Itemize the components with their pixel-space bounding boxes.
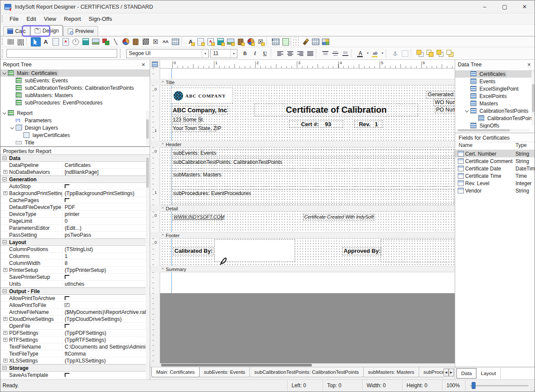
property-row[interactable]: TextFileType ftComma [0,350,150,357]
tree-item[interactable]: CalibrationTestPoints [455,114,535,122]
band-detail-header[interactable]: ^ Detail [160,205,455,212]
tree-item[interactable]: Main: Certificates [0,69,150,77]
property-value[interactable] [62,324,150,328]
property-value[interactable]: ($MyDocuments)\ReportArchive.raf [62,309,150,315]
valign-bottom-icon[interactable] [340,49,350,58]
align-left-icon[interactable] [275,49,285,58]
company-logo[interactable]: ABC COMPANY [171,88,233,104]
approved-signature-box[interactable] [381,239,455,262]
tree-item[interactable]: SignOffs [455,122,535,128]
fields-col-name[interactable]: Name [459,142,515,150]
anchor-icon[interactable]: ⚓ [390,49,400,58]
property-value[interactable] [62,184,150,188]
subreport-masters[interactable]: subMasters: Masters [171,171,454,187]
canvas-horizontal-scrollbar[interactable] [150,363,455,367]
field-row[interactable]: Cert. Number String [455,150,535,157]
bold-icon[interactable]: B [240,49,250,58]
po-number-label[interactable]: PO Numb [435,106,455,113]
property-row[interactable]: NoDataBehaviors [ndBlankPage] [0,169,150,176]
property-value[interactable]: 1 [62,253,150,259]
toolbar-separator[interactable] [316,49,319,57]
field-row[interactable]: Certificate Time Time [455,172,535,180]
expand-icon[interactable] [3,359,7,363]
side-tab[interactable]: Layout [476,368,501,379]
db-image-tool-icon[interactable] [226,37,236,46]
collapse-icon[interactable] [3,156,7,160]
checkbox-tool-icon[interactable]: ☒ [151,37,161,46]
property-value[interactable]: (TppPDFSettings) [62,330,150,336]
property-row[interactable]: TextFileName C:\Documents and Settings\A… [0,343,150,350]
property-value[interactable]: (TppBackgroundPrintSettings) [62,190,150,196]
property-row[interactable]: DefaultFileDeviceType PDF [0,204,150,211]
property-row[interactable]: AutoStop [0,183,150,190]
property-value[interactable]: (TStringList) [62,246,150,252]
resize-text-tool-icon[interactable]: AA [161,37,171,46]
collapse-icon[interactable] [3,289,7,293]
side-tab[interactable]: Data [456,368,476,379]
property-value[interactable] [62,275,150,279]
property-row[interactable]: AllowPrintToArchive [0,295,150,302]
property-row[interactable]: OpenFile [0,323,150,330]
property-value[interactable]: ftComma [62,351,150,357]
tree-item[interactable]: subCalibrationTestPoints: CalibrationTes… [0,84,150,91]
detail-band-page[interactable]: WWW.INDYSOFT.COM Certificate Created Wit… [160,212,455,232]
memo-tool-icon[interactable] [51,37,61,46]
expand-icon[interactable] [3,191,7,195]
collapse-icon[interactable] [3,177,7,181]
property-value[interactable]: C:\Documents and Settings\Administr [62,344,150,350]
tree-item[interactable]: Parameters [0,117,150,124]
table-tool-icon[interactable] [171,37,181,46]
expand-icon[interactable] [3,338,7,342]
checkbox[interactable] [65,373,69,377]
properties-scrollbar[interactable] [146,157,149,379]
tabs-scroll-left-icon[interactable]: ◀ [443,369,449,376]
barcode-tool-icon[interactable] [6,37,16,46]
tree-item[interactable]: Design Layers [0,124,150,131]
property-row[interactable]: PageLimit 0 [0,218,150,225]
property-row[interactable]: PassSetting psTwoPass [0,232,150,238]
tree-item[interactable]: Report [0,109,150,117]
property-value[interactable]: [ndBlankPage] [62,169,150,175]
grid-tool-icon[interactable] [311,37,321,46]
subreport-events[interactable]: subEvents: Events [171,149,454,157]
wo-number-label[interactable]: WO Numb [433,99,455,106]
minimize-button[interactable]: – [475,0,495,13]
property-group-header[interactable]: Layout [0,238,150,246]
calc-tool-icon[interactable] [81,37,91,46]
property-group-header[interactable]: Generation [0,176,150,183]
canvas-scroll-area[interactable]: ^ Title 01 ABC COMPANY ABC Company, Inc … [150,69,455,363]
db-barcode-tool-icon[interactable] [236,37,246,46]
property-row[interactable]: PrinterSetup (TppPrinterSetup) [0,267,150,274]
fields-col-type[interactable]: Type [515,142,535,150]
move-backward-icon[interactable] [445,49,455,58]
band-tab[interactable]: subProcedures: EventProcedures [419,367,443,377]
maximize-button[interactable]: ▢ [495,0,515,13]
db-calc-tool-icon[interactable] [216,37,226,46]
property-value[interactable] [62,303,150,307]
toolbar-separator[interactable] [386,49,389,57]
property-value[interactable]: (TppPrinterSetup) [62,267,150,273]
property-row[interactable]: ColumnPositions (TStringList) [0,246,150,253]
report-tree-scrollbar[interactable] [146,111,149,145]
checkbox[interactable] [65,296,69,300]
tree-item[interactable]: ExcelPoints [455,92,535,100]
expand-icon[interactable] [3,331,7,335]
font-name-select[interactable]: Segoe UI ▾ [126,49,209,58]
italic-icon[interactable]: I [250,49,260,58]
collapse-icon[interactable] [3,240,7,244]
field-row[interactable]: Vendor String [455,187,535,194]
property-row[interactable]: BackgroundPrintSettings (TppBackgroundPr… [0,190,150,197]
image-tool-icon[interactable] [91,37,101,46]
property-row[interactable]: XLSSettings (TppXLSSettings) [0,357,150,364]
tree-item[interactable]: layerCertificates [0,131,150,139]
menu-item[interactable]: Edit [23,13,40,24]
zoom-slider-track[interactable] [470,385,528,386]
generated-label[interactable]: Generated [426,91,455,98]
band-tab[interactable]: subEvents: Events [199,367,250,377]
toolbar-separator[interactable] [271,49,274,57]
band-tab[interactable]: subMasters: Masters [363,367,419,377]
toolbar-grip[interactable] [2,15,4,23]
website-link-label[interactable]: WWW.INDYSOFT.COM [172,214,222,221]
property-value[interactable] [62,296,150,300]
data-tree-hscrollbar[interactable] [457,129,529,132]
